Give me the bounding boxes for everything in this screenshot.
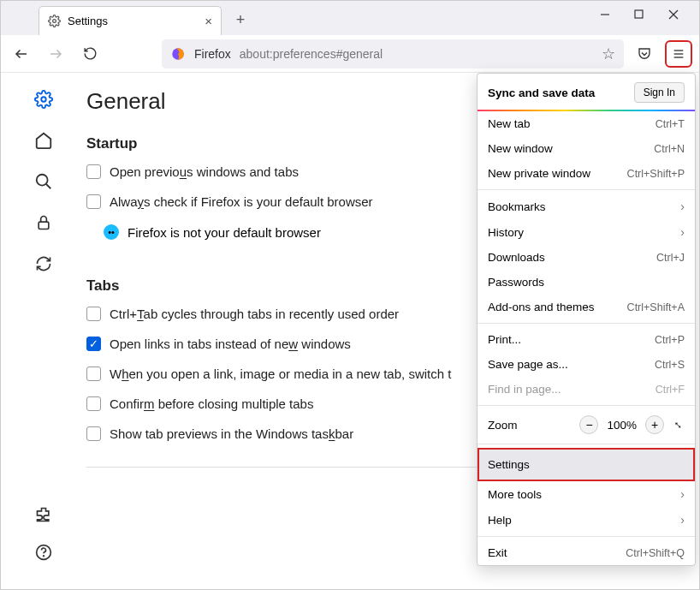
menu-new-private-window[interactable]: New private windowCtrl+Shift+P	[478, 161, 695, 186]
sidebar-sync-icon[interactable]	[33, 253, 55, 275]
svg-line-13	[46, 184, 51, 189]
checkbox-icon[interactable]	[86, 164, 101, 179]
checkbox-icon[interactable]	[86, 367, 101, 381]
chevron-right-icon: ›	[680, 225, 685, 239]
app-menu-panel: Sync and save data Sign In New tabCtrl+T…	[477, 73, 696, 566]
menu-more-tools[interactable]: More tools›	[478, 481, 695, 507]
menu-find-in-page: Find in page...Ctrl+F	[478, 377, 695, 402]
checkbox-icon[interactable]	[86, 396, 101, 411]
menu-separator	[478, 536, 695, 537]
svg-point-11	[41, 97, 46, 102]
menu-addons[interactable]: Add-ons and themesCtrl+Shift+A	[478, 295, 695, 319]
zoom-in-button[interactable]: +	[645, 415, 664, 434]
menu-help[interactable]: Help›	[478, 507, 695, 533]
menu-separator	[478, 189, 695, 190]
menu-passwords[interactable]: Passwords	[478, 270, 695, 295]
svg-point-12	[37, 175, 48, 186]
app-menu-button[interactable]	[665, 40, 692, 68]
forward-button[interactable]	[42, 40, 69, 68]
sidebar-general-icon[interactable]	[33, 88, 55, 110]
new-tab-button[interactable]: +	[228, 8, 252, 32]
minimize-button[interactable]	[600, 9, 614, 20]
menu-sync-header: Sync and save data Sign In	[478, 74, 695, 110]
menu-separator	[478, 444, 695, 444]
firefox-icon	[170, 46, 186, 62]
settings-sidebar	[1, 73, 86, 589]
menu-new-tab[interactable]: New tabCtrl+T	[478, 111, 695, 136]
menu-downloads[interactable]: DownloadsCtrl+J	[478, 245, 695, 270]
url-identity: Firefox	[194, 47, 231, 61]
menu-print[interactable]: Print...Ctrl+P	[478, 327, 695, 352]
checkbox-checked-icon[interactable]: ✓	[86, 337, 101, 351]
svg-rect-14	[39, 222, 49, 229]
back-button[interactable]	[8, 40, 35, 68]
reload-button[interactable]	[76, 40, 104, 68]
svg-point-16	[44, 556, 44, 557]
menu-zoom-row: Zoom − 100% + ↔	[478, 409, 695, 440]
maximize-button[interactable]	[634, 9, 648, 20]
toolbar: Firefox about:preferences#general ☆	[1, 35, 699, 73]
close-window-button[interactable]	[668, 9, 682, 20]
svg-point-0	[53, 20, 56, 23]
menu-settings[interactable]: Settings	[478, 448, 695, 481]
zoom-value: 100%	[607, 419, 637, 432]
checkbox-icon[interactable]	[86, 426, 101, 441]
sidebar-extensions-icon[interactable]	[33, 504, 55, 526]
chevron-right-icon: ›	[680, 513, 685, 527]
info-icon: ••	[104, 224, 119, 240]
titlebar: Settings × +	[1, 1, 699, 35]
menu-bookmarks[interactable]: Bookmarks›	[478, 194, 695, 219]
checkbox-icon[interactable]	[86, 307, 101, 321]
menu-separator	[478, 405, 695, 406]
url-bar[interactable]: Firefox about:preferences#general ☆	[162, 39, 624, 69]
checkbox-icon[interactable]	[86, 194, 101, 209]
tab-title: Settings	[68, 15, 108, 27]
menu-save-page[interactable]: Save page as...Ctrl+S	[478, 352, 695, 377]
close-tab-icon[interactable]: ×	[205, 14, 212, 28]
menu-history[interactable]: History›	[478, 219, 695, 245]
bookmark-star-icon[interactable]: ☆	[602, 45, 615, 63]
sidebar-home-icon[interactable]	[33, 129, 55, 152]
window-controls	[583, 1, 699, 28]
gear-icon	[48, 15, 61, 27]
menu-exit[interactable]: ExitCtrl+Shift+Q	[478, 540, 695, 565]
sidebar-help-icon[interactable]	[33, 541, 55, 563]
sidebar-search-icon[interactable]	[33, 170, 55, 193]
sidebar-privacy-icon[interactable]	[33, 212, 55, 234]
url-text: about:preferences#general	[240, 47, 383, 61]
pocket-icon[interactable]	[631, 40, 658, 68]
menu-new-window[interactable]: New windowCtrl+N	[478, 136, 695, 161]
sign-in-button[interactable]: Sign In	[634, 82, 685, 103]
menu-separator	[478, 323, 695, 324]
browser-tab[interactable]: Settings ×	[39, 6, 222, 35]
chevron-right-icon: ›	[680, 200, 685, 213]
zoom-out-button[interactable]: −	[579, 415, 598, 434]
chevron-right-icon: ›	[680, 487, 685, 501]
svg-rect-2	[635, 10, 643, 18]
fullscreen-icon[interactable]: ↔	[669, 415, 687, 433]
